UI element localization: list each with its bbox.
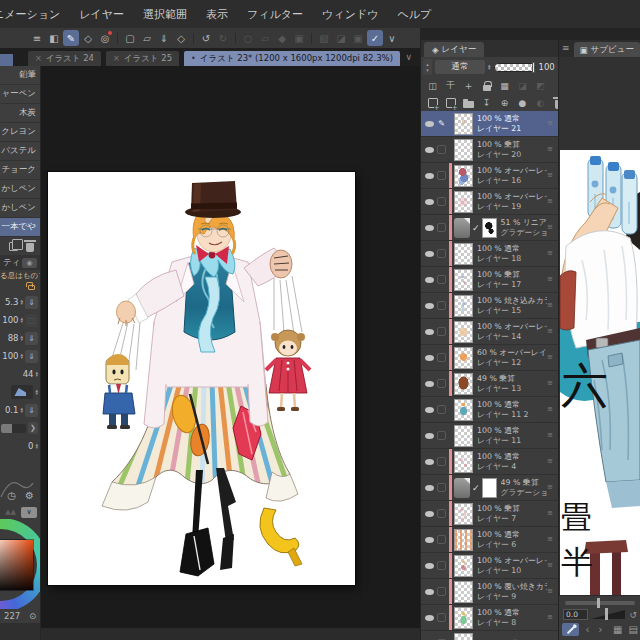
layer-thumbnail[interactable] (454, 451, 473, 473)
new-vector-layer-icon[interactable] (444, 98, 457, 108)
layer-thumbnail[interactable] (454, 243, 473, 265)
subtool-item[interactable]: 木炭 (0, 104, 40, 123)
apply-mask-icon[interactable]: ◐ (534, 98, 547, 108)
screen-mode-icon[interactable]: ◧ (46, 30, 62, 46)
layer-menu-icon[interactable]: ≡ (547, 122, 556, 125)
subview-zoom-slider[interactable] (591, 610, 626, 619)
layer-menu-icon[interactable]: ≡ (547, 252, 556, 255)
layer-menu-icon[interactable]: ≡ (547, 460, 556, 463)
layer-mask-thumbnail[interactable] (482, 218, 497, 238)
new-canvas-icon[interactable]: ▢ (122, 30, 138, 46)
layer-menu-icon[interactable]: ≡ (547, 304, 556, 307)
layer-menu-icon[interactable]: ≡ (547, 434, 556, 437)
value-stepper-icon[interactable]: ▴▾ (20, 317, 23, 324)
subtool-item[interactable]: かしペン (0, 199, 40, 218)
unlock-icon[interactable] (28, 285, 35, 290)
layer-thumbnail[interactable] (454, 607, 473, 629)
layer-row[interactable]: 100 % 通常レイヤー 18≡ (421, 241, 558, 267)
layer-mask-thumbnail[interactable] (482, 478, 497, 498)
layer-visibility-eye-icon[interactable] (425, 381, 434, 387)
subview-zoom-value[interactable]: 0.0 (563, 609, 588, 620)
brush-shape-select[interactable] (11, 385, 33, 399)
layer-menu-icon[interactable]: ≡ (547, 200, 556, 203)
layer-visibility-eye-icon[interactable] (425, 355, 434, 361)
object-tool-icon[interactable]: ◇ (80, 30, 96, 46)
layer-row[interactable]: 100 % 通常レイヤー 8≡ (421, 605, 558, 631)
layer-row[interactable]: 100 % オーバーレイレイヤー 14≡ (421, 319, 558, 345)
layer-row[interactable]: ✓49 % 乗算グラデーション▽≡ (421, 475, 558, 501)
open-file-icon[interactable]: ▱ (139, 30, 155, 46)
layer-visibility-eye-icon[interactable] (425, 121, 434, 127)
layer-menu-icon[interactable]: ≡ (547, 590, 556, 593)
menu-item[interactable]: レイヤー (79, 7, 124, 22)
tab-subview[interactable]: ▣ サブビュー (574, 42, 640, 57)
history-icon[interactable]: ◷ (7, 490, 16, 501)
layer-thumbnail[interactable] (454, 269, 473, 291)
layer-visibility-eye-icon[interactable] (425, 563, 434, 569)
reference-layer-icon[interactable]: ◩ (534, 81, 547, 91)
open-image-icon[interactable]: ▤ (629, 624, 638, 635)
redo-icon[interactable]: ↻ (215, 30, 231, 46)
save-icon[interactable]: ⇓ (156, 30, 172, 46)
layer-row[interactable]: 100 % 通常レイヤー 11≡ (421, 423, 558, 449)
dynamics-button[interactable]: ⇓ (25, 404, 38, 417)
layer-visibility-eye-icon[interactable] (425, 511, 434, 517)
mini-slider[interactable] (1, 424, 26, 433)
value-stepper-icon[interactable]: ▴▾ (20, 335, 23, 342)
saturation-value-square[interactable] (0, 540, 33, 590)
layer-menu-icon[interactable]: ≡ (547, 148, 556, 151)
expand-arrow-icon[interactable]: ❯ (28, 422, 38, 434)
toolbar-expand-icon[interactable]: ∨ (384, 30, 400, 46)
value-stepper-icon[interactable]: ▴▾ (35, 443, 38, 450)
layer-row[interactable]: 100 % 通常レイヤー 6≡ (421, 527, 558, 553)
layer-visibility-eye-icon[interactable] (425, 615, 434, 621)
duplicate-subtool-icon[interactable] (9, 242, 18, 251)
invert-selection-icon[interactable]: ▱ (257, 30, 273, 46)
layer-menu-icon[interactable]: ≡ (547, 382, 556, 385)
subtool-item[interactable]: チョーク (0, 161, 40, 180)
layer-row[interactable]: 100 % 焼き込みカラーレイヤー 15≡ (421, 293, 558, 319)
menu-item[interactable]: フィルター (247, 7, 303, 22)
selection-launcher3-icon[interactable]: ▣ (350, 30, 366, 46)
layer-thumbnail[interactable] (454, 165, 473, 187)
layer-row[interactable]: 100 % 通常レイヤー 11 2≡ (421, 397, 558, 423)
clip-to-layer-below-icon[interactable]: ◫ (426, 81, 439, 91)
layer-row[interactable]: 49 % 乗算レイヤー 13≡ (421, 371, 558, 397)
layer-visibility-eye-icon[interactable] (425, 589, 434, 595)
value-stepper-icon[interactable]: ▴▾ (20, 299, 23, 306)
layer-menu-icon[interactable]: ≡ (547, 278, 556, 281)
panel-menu-icon[interactable]: ≡ (562, 44, 570, 53)
blend-stepper-icon[interactable]: ▴▾ (488, 64, 491, 71)
layer-visibility-eye-icon[interactable] (425, 485, 434, 491)
eyedropper-toggle[interactable] (562, 623, 579, 636)
draft-layer-icon[interactable]: ◪ (516, 81, 529, 91)
image-list-icon[interactable]: ▦ (613, 624, 622, 635)
palette-stepper[interactable]: ▴▾ (423, 59, 432, 75)
layer-row[interactable]: 100 % オーバーレイレイヤー 10≡ (421, 553, 558, 579)
document-tab[interactable]: ×イラスト 24 (28, 51, 101, 66)
layer-row[interactable]: 100 % オーバーレイレイヤー 16≡ (421, 163, 558, 189)
fill-icon[interactable]: ◆ (274, 30, 290, 46)
layer-visibility-eye-icon[interactable] (425, 225, 434, 231)
value-stepper-icon[interactable]: ▴▾ (35, 371, 38, 378)
layer-thumbnail[interactable] (454, 113, 473, 135)
wrench-icon[interactable]: ⚙ (25, 490, 34, 501)
canvas-page[interactable] (48, 172, 355, 585)
tab-dot-icon[interactable]: • (191, 54, 196, 63)
layer-visibility-eye-icon[interactable] (425, 459, 434, 465)
dynamics-button[interactable]: ⇓ (25, 332, 38, 345)
blend-mode-select[interactable]: 通常 (435, 60, 485, 74)
crop-icon[interactable]: ▣ (291, 30, 307, 46)
subtool-item[interactable]: ャーペン (0, 85, 40, 104)
transfer-to-lower-icon[interactable]: ↧ (480, 98, 493, 108)
layer-row[interactable]: 100 % オーバーレイレイヤー 19≡ (421, 189, 558, 215)
document-tab-active[interactable]: •イラスト 23* (1200 x 1600px 1200dpi 82.3%) (184, 51, 400, 66)
layer-menu-icon[interactable]: ≡ (547, 330, 556, 333)
gradient-layer-thumbnail[interactable] (454, 218, 470, 238)
new-folder-icon[interactable] (462, 98, 475, 108)
lock-layer-icon[interactable] (480, 81, 493, 91)
next-image-icon[interactable]: › (596, 624, 605, 635)
dynamics-button[interactable]: ⇓ (25, 296, 38, 309)
layer-thumbnail[interactable] (454, 555, 473, 577)
layer-visibility-eye-icon[interactable] (425, 537, 434, 543)
